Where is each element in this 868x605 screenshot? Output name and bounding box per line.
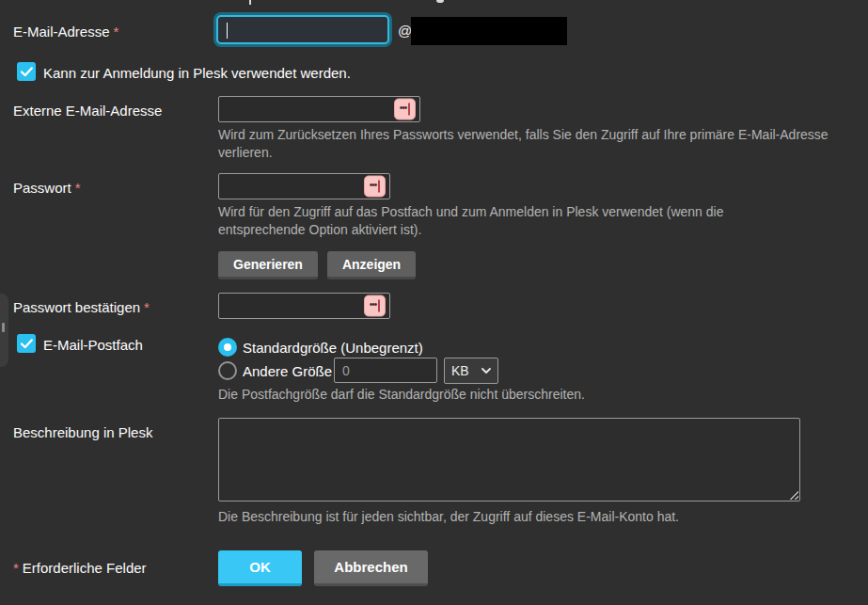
plesk-login-label: Kann zur Anmeldung in Plesk verwendet we… — [43, 65, 351, 81]
mailbox-size-input[interactable] — [334, 358, 437, 383]
show-password-button[interactable]: Anzeigen — [327, 251, 416, 279]
chevron-down-icon — [481, 368, 491, 374]
radio-other-size[interactable] — [218, 361, 237, 380]
clipped-heading-fragment — [249, 0, 251, 5]
confirm-password-label-text: Passwort bestätigen — [13, 299, 140, 315]
external-email-label-text: Externe E-Mail-Adresse — [13, 103, 162, 119]
password-manager-caret — [408, 103, 410, 116]
text-caret — [227, 23, 228, 39]
mailbox-checkbox[interactable] — [17, 334, 36, 353]
password-manager-icon[interactable]: ••• — [364, 176, 386, 198]
email-address-label: E-Mail-Adresse* — [13, 24, 118, 40]
email-address-label-text: E-Mail-Adresse — [13, 24, 110, 40]
password-label: Passwort* — [13, 180, 81, 196]
external-email-input-field[interactable] — [218, 96, 420, 122]
external-email-input[interactable]: ••• — [218, 96, 420, 122]
radio-other-size-label: Andere Größe — [243, 363, 332, 379]
external-email-help: Wird zum Zurücksetzen Ihres Passworts ve… — [218, 126, 834, 162]
description-help: Die Beschreibung ist für jeden sichtbar,… — [218, 508, 679, 526]
plesk-login-checkbox[interactable] — [17, 62, 36, 81]
external-email-label: Externe E-Mail-Adresse — [13, 103, 162, 119]
description-label-text: Beschreibung in Plesk — [13, 424, 152, 440]
required-note-text: Erforderliche Felder — [23, 560, 147, 576]
side-panel-handle[interactable] — [0, 294, 8, 367]
radio-default-size-label: Standardgröße (Unbegrenzt) — [243, 340, 423, 356]
required-asterisk: * — [13, 560, 19, 576]
required-asterisk: * — [114, 24, 119, 40]
plesk-email-account-form: E-Mail-Adresse* @ Kann zur Anmeldung in … — [0, 0, 868, 605]
at-symbol: @ — [398, 23, 412, 39]
password-manager-dots: ••• — [370, 180, 377, 189]
mailbox-help: Die Postfachgröße darf die Standardgröße… — [218, 386, 585, 404]
mailbox-label: E-Mail-Postfach — [43, 337, 143, 353]
password-manager-icon[interactable]: ••• — [364, 295, 386, 317]
required-note: *Erforderliche Felder — [13, 560, 147, 576]
confirm-password-label: Passwort bestätigen* — [13, 299, 150, 315]
checkmark-icon — [21, 67, 33, 77]
password-manager-dots: ••• — [400, 103, 407, 112]
password-help: Wird für den Zugriff auf das Postfach un… — [218, 203, 782, 239]
description-textarea[interactable] — [218, 418, 800, 502]
password-manager-caret — [378, 181, 380, 193]
description-label: Beschreibung in Plesk — [13, 424, 152, 440]
password-label-text: Passwort — [13, 180, 71, 196]
email-address-input[interactable] — [216, 15, 389, 44]
ok-button[interactable]: OK — [218, 550, 302, 586]
required-asterisk: * — [144, 299, 150, 315]
password-manager-icon[interactable]: ••• — [394, 99, 416, 120]
size-unit-select[interactable]: KB — [444, 358, 498, 384]
required-asterisk: * — [75, 180, 81, 196]
checkmark-icon — [21, 339, 33, 349]
password-input[interactable]: ••• — [218, 173, 390, 199]
radio-default-size[interactable] — [218, 338, 237, 357]
clipped-heading-fragment — [436, 0, 444, 3]
password-manager-caret — [378, 300, 380, 312]
email-address-input-field[interactable] — [218, 17, 387, 42]
password-manager-dots: ••• — [370, 299, 377, 309]
password-buttons: Generieren Anzeigen — [218, 251, 416, 279]
generate-password-button[interactable]: Generieren — [218, 251, 318, 279]
mailbox-size-input-field[interactable] — [334, 358, 437, 383]
cancel-button[interactable]: Abbrechen — [314, 550, 428, 586]
redacted-domain — [411, 17, 567, 45]
size-unit-value: KB — [451, 363, 469, 378]
confirm-password-input[interactable]: ••• — [218, 293, 390, 319]
